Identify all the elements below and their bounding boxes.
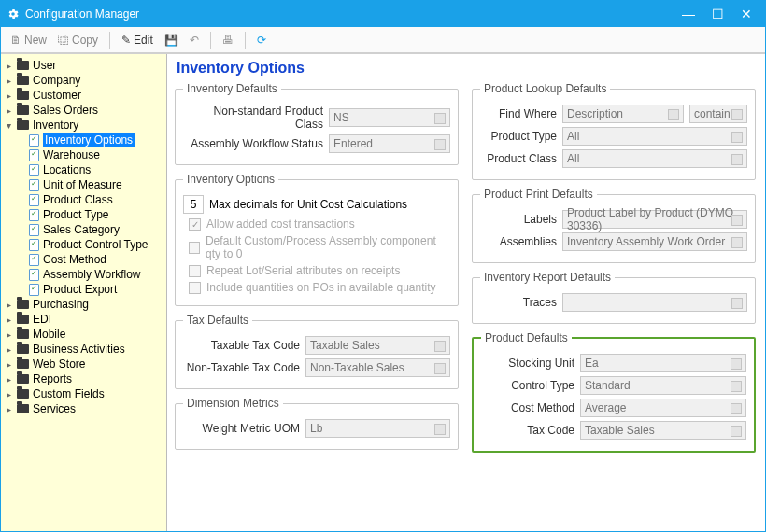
titlebar: Configuration Manager — ☐ ✕: [1, 1, 765, 27]
product-class-select[interactable]: All: [562, 149, 747, 168]
app-window: Configuration Manager — ☐ ✕ 🗎New ⿻Copy ✎…: [0, 0, 766, 532]
tree-folder[interactable]: ▸Customer: [3, 88, 164, 103]
labels-select[interactable]: Product Label by Product (DYMO 30336): [562, 210, 747, 229]
default-assembly-qty-checkbox[interactable]: Default Custom/Process Assembly componen…: [189, 234, 450, 260]
tree-folder[interactable]: ▸User: [3, 58, 164, 73]
product-print-defaults-group: Product Print Defaults LabelsProduct Lab…: [472, 188, 756, 263]
tax-code-select[interactable]: Taxable Sales: [580, 421, 746, 440]
tree-folder[interactable]: ▸EDI: [3, 312, 164, 327]
expander-icon[interactable]: ▸: [5, 315, 13, 325]
find-where-op-select[interactable]: contains: [689, 105, 747, 123]
allow-added-cost-checkbox[interactable]: Allow added cost transactions: [189, 217, 450, 231]
tree-item[interactable]: Warehouse: [3, 147, 164, 162]
tree-folder[interactable]: ▸Services: [3, 401, 164, 416]
expander-icon[interactable]: ▸: [5, 91, 13, 101]
expander-icon[interactable]: ▾: [5, 120, 13, 131]
folder-icon: [17, 389, 29, 399]
include-po-qty-checkbox[interactable]: Include quantities on POs in available q…: [189, 281, 450, 294]
max-decimals-input[interactable]: [183, 195, 204, 214]
expander-icon[interactable]: ▸: [5, 344, 13, 355]
undo-button[interactable]: ↶: [186, 32, 203, 49]
pencil-icon: ✎: [121, 34, 131, 47]
page-icon: [29, 239, 39, 251]
tree-folder[interactable]: ▸Custom Fields: [3, 386, 164, 401]
find-where-field-select[interactable]: Description: [562, 105, 684, 123]
product-type-select[interactable]: All: [562, 127, 747, 146]
expander-icon[interactable]: ▸: [5, 374, 13, 385]
content-panel: Inventory Options Inventory Defaults Non…: [167, 54, 765, 531]
print-button[interactable]: 🖶: [219, 32, 237, 49]
cost-method-select[interactable]: Average: [580, 399, 746, 417]
page-icon: [29, 134, 39, 147]
folder-icon: [17, 315, 29, 324]
copy-button[interactable]: ⿻Copy: [54, 32, 102, 49]
traces-select[interactable]: [562, 293, 747, 312]
save-button[interactable]: 💾: [161, 32, 182, 49]
repeat-lot-serial-checkbox[interactable]: Repeat Lot/Serial attributes on receipts: [189, 264, 450, 277]
non-taxable-tax-code-select[interactable]: Non-Taxable Sales: [305, 358, 450, 377]
assembly-workflow-status-select[interactable]: Entered: [329, 134, 450, 153]
folder-icon: [17, 359, 29, 369]
tree-item[interactable]: Assembly Workflow: [3, 267, 164, 282]
folder-icon: [17, 61, 29, 70]
tree-item[interactable]: Product Control Type: [3, 237, 164, 252]
folder-icon: [17, 374, 29, 384]
expander-icon[interactable]: ▸: [5, 389, 13, 399]
tree-folder[interactable]: ▸Purchasing: [3, 297, 164, 312]
new-button[interactable]: 🗎New: [7, 32, 50, 49]
tree-folder[interactable]: ▸Sales Orders: [3, 103, 164, 118]
page-icon: [29, 164, 39, 176]
gear-icon: [7, 7, 20, 21]
expander-icon[interactable]: ▸: [5, 61, 13, 71]
copy-icon: ⿻: [58, 34, 69, 47]
inventory-defaults-group: Inventory Defaults Non-standard Product …: [175, 82, 459, 165]
folder-icon: [17, 344, 29, 354]
maximize-button[interactable]: ☐: [712, 7, 724, 21]
edit-button[interactable]: ✎Edit: [118, 32, 157, 49]
inventory-options-group: Inventory Options Max decimals for Unit …: [175, 173, 459, 306]
tree-folder[interactable]: ▸Company: [3, 73, 164, 88]
taxable-tax-code-select[interactable]: Taxable Sales: [305, 336, 450, 355]
tree-item[interactable]: Locations: [3, 162, 164, 177]
tree-folder[interactable]: ▸Business Activities: [3, 342, 164, 357]
dimension-metrics-group: Dimension Metrics Weight Metric UOMLb: [175, 397, 459, 450]
weight-metric-uom-select[interactable]: Lb: [305, 419, 450, 438]
expander-icon[interactable]: ▸: [5, 300, 13, 310]
folder-icon: [17, 120, 29, 130]
expander-icon[interactable]: ▸: [5, 76, 13, 86]
expander-icon[interactable]: ▸: [5, 105, 13, 116]
stocking-unit-select[interactable]: Ea: [580, 354, 746, 372]
assemblies-select[interactable]: Inventory Assembly Work Order: [562, 232, 747, 251]
refresh-button[interactable]: ⟳: [253, 32, 270, 49]
expander-icon[interactable]: ▸: [5, 359, 13, 370]
separator: [210, 32, 211, 49]
product-defaults-group: Product Defaults Stocking UnitEa Control…: [472, 331, 756, 453]
page-icon: [29, 269, 39, 281]
expander-icon[interactable]: ▸: [5, 329, 13, 340]
tree-folder[interactable]: ▸Web Store: [3, 357, 164, 371]
folder-icon: [17, 404, 29, 413]
new-icon: 🗎: [10, 34, 21, 47]
tree-item[interactable]: Product Export: [3, 282, 164, 297]
control-type-select[interactable]: Standard: [580, 376, 746, 395]
tree-item[interactable]: Product Type: [3, 207, 164, 222]
product-lookup-defaults-group: Product Lookup Defaults Find WhereDescri…: [472, 82, 756, 180]
tree-item[interactable]: Cost Method: [3, 252, 164, 267]
tree-folder[interactable]: ▾Inventory: [3, 118, 164, 133]
tree-folder[interactable]: ▸Reports: [3, 371, 164, 386]
page-icon: [29, 149, 39, 161]
folder-icon: [17, 91, 29, 100]
tree-item[interactable]: Inventory Options: [3, 133, 164, 147]
tree-folder[interactable]: ▸Mobile: [3, 327, 164, 342]
nav-tree[interactable]: ▸User▸Company▸Customer▸Sales Orders▾Inve…: [1, 54, 167, 531]
tree-item[interactable]: Product Class: [3, 192, 164, 207]
page-icon: [29, 224, 39, 236]
expander-icon[interactable]: ▸: [5, 404, 13, 414]
nonstd-product-class-select[interactable]: NS: [329, 108, 450, 127]
close-button[interactable]: ✕: [741, 7, 752, 21]
page-icon: [29, 209, 39, 221]
tree-item[interactable]: Sales Category: [3, 222, 164, 237]
minimize-button[interactable]: —: [682, 7, 695, 21]
folder-icon: [17, 329, 29, 339]
tree-item[interactable]: Unit of Measure: [3, 177, 164, 192]
